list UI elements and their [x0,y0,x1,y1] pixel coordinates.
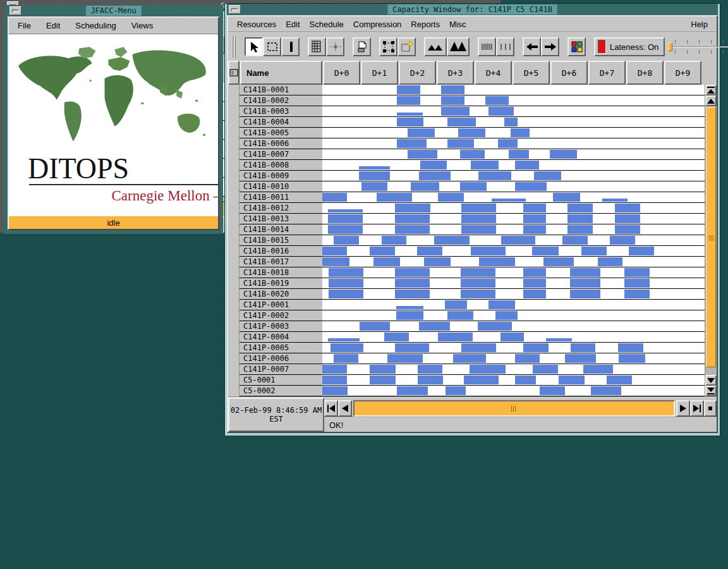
hscroll-thumb[interactable] [353,400,675,417]
gantt-bar[interactable] [411,182,439,191]
column-header-dplus2[interactable]: D+2 [399,61,436,85]
gantt-row[interactable] [322,289,705,300]
menu-misc[interactable]: Misc [449,20,466,29]
triangles-small-button[interactable] [424,37,447,56]
gantt-row[interactable] [322,138,705,149]
gantt-bar[interactable] [395,279,430,288]
vbar-button[interactable] [281,37,300,56]
gantt-bar[interactable] [523,279,546,288]
gantt-bar[interactable] [438,333,473,341]
gantt-bar[interactable] [322,386,348,395]
menu-compression[interactable]: Compression [353,20,402,29]
gantt-bar[interactable] [598,257,622,266]
gantt-row[interactable] [322,95,705,106]
window-menu-button[interactable] [229,5,241,14]
color-grid-button[interactable] [567,37,586,56]
row-label[interactable]: C141B-0002 [240,95,322,106]
gantt-row[interactable] [322,364,705,375]
gantt-bar[interactable] [322,376,347,384]
gantt-row[interactable] [322,332,705,343]
gantt-row[interactable] [322,128,705,138]
gantt-bar[interactable] [571,343,595,352]
capacity-titlebar[interactable]: Capacity Window for: C141P C5 C141B [227,4,718,15]
gantt-bar[interactable] [359,166,390,169]
gantt-bar[interactable] [458,128,485,137]
row-label[interactable]: C141P-0001 [240,300,322,310]
gantt-bar[interactable] [629,247,654,255]
gantt-bar[interactable] [360,322,390,331]
gantt-bar[interactable] [397,139,427,148]
gantt-bar[interactable] [591,386,621,395]
name-column-header[interactable]: Name [240,61,322,85]
gantt-bar[interactable] [384,333,409,341]
gantt-bar[interactable] [495,311,518,320]
gantt-bar[interactable] [328,338,360,341]
row-label[interactable]: C141B-0009 [240,171,322,181]
gantt-bar[interactable] [570,290,600,298]
gantt-bar[interactable] [334,354,358,363]
gantt-bar[interactable] [461,214,496,223]
marquee-button[interactable] [263,37,281,56]
gantt-bar[interactable] [418,365,442,374]
gantt-bar[interactable] [515,354,540,363]
row-label[interactable]: C141B-0003 [240,106,322,117]
gantt-bar[interactable] [397,96,420,105]
gantt-bar[interactable] [470,365,506,374]
row-label[interactable]: C141B-0008 [240,160,322,171]
gantt-row[interactable] [322,117,705,128]
gantt-bar[interactable] [408,128,435,137]
resize-corner-button[interactable] [704,400,717,417]
gantt-bar[interactable] [562,236,588,245]
gantt-bar[interactable] [478,322,512,331]
gantt-bar[interactable] [328,209,363,212]
gantt-row[interactable] [322,353,705,364]
gantt-bar[interactable] [488,300,515,309]
toolbar-grip[interactable] [232,36,236,58]
gantt-bar[interactable] [615,214,640,223]
gantt-bar[interactable] [567,204,593,212]
window-menu-button[interactable] [9,6,21,15]
row-label[interactable]: C141B-0015 [240,235,322,246]
copy-button[interactable] [353,37,371,56]
gantt-bar[interactable] [464,376,499,384]
gantt-bar[interactable] [532,247,559,255]
column-header-dplus0[interactable]: D+0 [323,61,360,85]
gantt-bar[interactable] [515,376,536,384]
menu-file[interactable]: File [18,21,31,30]
handles-button[interactable] [379,37,397,56]
gantt-bar[interactable] [322,365,347,374]
gantt-bar[interactable] [441,96,464,105]
gantt-bar[interactable] [419,171,451,180]
vscroll-track[interactable] [705,106,717,375]
scroll-up-button[interactable] [705,95,717,106]
gantt-bar[interactable] [461,343,496,352]
gantt-bar[interactable] [567,214,593,223]
gantt-bar[interactable] [523,214,546,223]
scroll-right-button[interactable] [676,400,690,417]
jfacc-titlebar[interactable]: JFACC-Menu [8,5,219,16]
scroll-to-end-button[interactable] [690,400,704,417]
gantt-bar[interactable] [447,118,476,126]
gantt-bar[interactable] [334,236,359,245]
row-label[interactable]: C141B-0017 [240,257,322,267]
crosshair-button[interactable] [326,37,344,56]
gantt-row[interactable] [322,267,705,278]
gantt-bar[interactable] [461,225,496,234]
menu-scheduling[interactable]: Scheduling [75,21,116,30]
gantt-row[interactable] [322,171,705,181]
menu-reports[interactable]: Reports [411,20,440,29]
gantt-bar[interactable] [359,171,390,180]
gantt-bar[interactable] [418,376,443,384]
column-header-dplus1[interactable]: D+1 [361,61,398,85]
gantt-bar[interactable] [501,236,535,245]
menu-help[interactable]: Help [691,20,708,29]
scroll-to-top-button[interactable] [705,85,717,95]
gantt-bar[interactable] [559,376,585,384]
gantt-bar[interactable] [553,193,580,202]
gantt-bar[interactable] [424,257,451,266]
gantt-bar[interactable] [602,199,628,202]
gantt-row[interactable] [322,310,705,321]
gantt-bar[interactable] [419,322,450,331]
gantt-bar[interactable] [583,365,613,374]
triangles-large-button[interactable] [447,37,470,56]
